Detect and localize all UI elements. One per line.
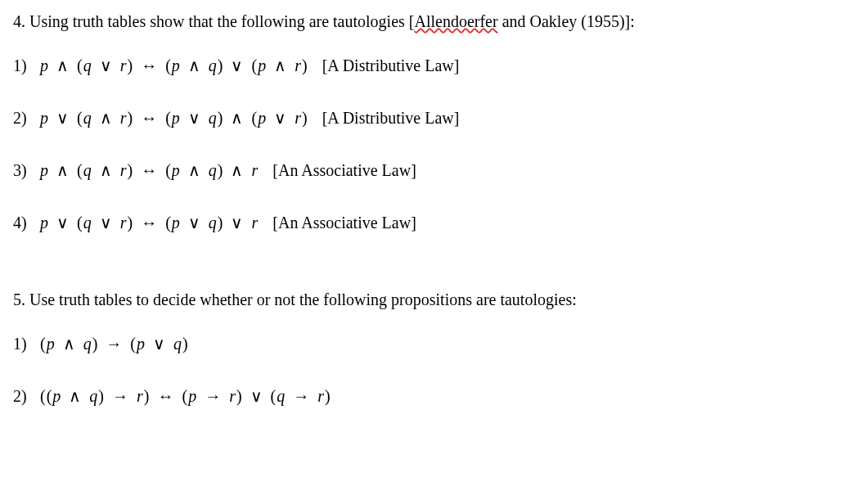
q4-author-squiggle: Allendoerfer [414,12,497,30]
q4-prompt-pre: 4. Using truth tables show that the foll… [13,12,414,30]
q4-item-3: 3) p ∧ (q ∧ r) ↔ (p ∧ q) ∧ r [An Associa… [13,159,828,182]
item-number: 1) [13,54,36,77]
q5-prompt: 5. Use truth tables to decide whether or… [13,288,828,311]
math-expression: p ∧ (q ∨ r) ↔ (p ∧ q) ∨ (p ∧ r) [40,56,308,74]
item-number: 4) [13,211,36,234]
section-spacer [13,263,828,288]
law-label: [An Associative Law] [272,161,416,179]
math-expression: ((p ∧ q) → r) ↔ (p → r) ∨ (q → r) [40,387,331,405]
q4-item-2: 2) p ∨ (q ∧ r) ↔ (p ∨ q) ∧ (p ∨ r) [A Di… [13,106,828,129]
math-expression: p ∨ (q ∨ r) ↔ (p ∨ q) ∨ r [40,214,259,232]
math-expression: p ∨ (q ∧ r) ↔ (p ∨ q) ∧ (p ∨ r) [40,109,308,127]
item-number: 1) [13,332,36,355]
q4-prompt: 4. Using truth tables show that the foll… [13,10,828,33]
law-label: [A Distributive Law] [322,109,460,127]
math-expression: (p ∧ q) → (p ∨ q) [40,335,189,353]
q4-prompt-post: and Oakley (1955)]: [498,12,635,30]
item-number: 2) [13,106,36,129]
q4-item-4: 4) p ∨ (q ∨ r) ↔ (p ∨ q) ∨ r [An Associa… [13,211,828,234]
q5-item-1: 1) (p ∧ q) → (p ∨ q) [13,332,828,355]
q5-item-2: 2) ((p ∧ q) → r) ↔ (p → r) ∨ (q → r) [13,385,828,407]
item-number: 2) [13,385,36,407]
q4-item-1: 1) p ∧ (q ∨ r) ↔ (p ∧ q) ∨ (p ∧ r) [A Di… [13,54,828,77]
law-label: [An Associative Law] [272,214,416,232]
math-expression: p ∧ (q ∧ r) ↔ (p ∧ q) ∧ r [40,161,259,179]
law-label: [A Distributive Law] [322,56,460,74]
item-number: 3) [13,159,36,182]
